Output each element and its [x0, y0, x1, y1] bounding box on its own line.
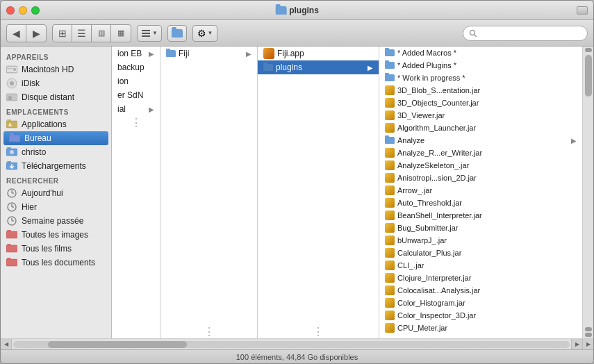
forward-button[interactable]: ▶	[26, 25, 46, 42]
sidebar-item-telechargements[interactable]: Téléchargements	[1, 159, 111, 173]
hscroll-left[interactable]: ◀	[1, 339, 12, 350]
jar-icon	[385, 185, 395, 195]
sidebar-item-applications[interactable]: A Applications	[1, 117, 111, 131]
file-item-analyze-r-writer[interactable]: Analyze_R...er_Writer.jar	[379, 147, 582, 159]
search-input[interactable]	[480, 29, 581, 38]
col1-item-ioneb[interactable]: ion EB ▶	[112, 47, 160, 60]
jar-icon	[385, 248, 395, 258]
sidebar-label: Disque distant	[22, 92, 74, 102]
svg-point-10	[10, 81, 14, 85]
disque-distant-icon: ◎	[6, 92, 17, 102]
horizontal-scrollbar[interactable]: ◀ ▶ ▶	[1, 338, 593, 349]
file-item-3d-objects[interactable]: 3D_Objects_Counter.jar	[379, 97, 582, 109]
sidebar-label: Toutes les images	[22, 230, 88, 240]
file-item-3d-viewer[interactable]: 3D_Viewer.jar	[379, 109, 582, 122]
sidebar-item-idisk[interactable]: iDisk	[1, 76, 111, 90]
scroll-up-arrow[interactable]	[585, 48, 592, 52]
new-folder-button[interactable]	[167, 25, 187, 42]
sidebar-item-bureau[interactable]: Bureau	[3, 131, 108, 145]
view-list-button[interactable]: ☰	[72, 25, 92, 42]
file-item-bunwarpj[interactable]: bUnwarpJ_.jar	[379, 234, 582, 247]
file-item-work-progress[interactable]: * Work in progress *	[379, 72, 582, 84]
file-item-clojure[interactable]: Clojure_Interpreter.jar	[379, 272, 582, 284]
col2-item-fiji[interactable]: Fiji ▶	[160, 47, 257, 60]
view-icon-button[interactable]: ⊞	[53, 25, 72, 42]
view-column-button[interactable]: ▥	[92, 25, 111, 42]
col1-item-ion[interactable]: ion	[112, 74, 160, 88]
scroll-down-arrow[interactable]	[585, 327, 592, 331]
file-item-cli[interactable]: CLI_.jar	[379, 259, 582, 272]
hscroll-thumb[interactable]	[48, 341, 187, 348]
col3-resize[interactable]: ⋮	[258, 327, 379, 338]
jar-icon	[385, 286, 395, 295]
file-item-added-macros[interactable]: * Added Macros *	[379, 47, 582, 59]
sidebar-item-christo[interactable]: christo	[1, 145, 111, 159]
file-item-colocalisat[interactable]: Colocalisat...Analysis.jar	[379, 284, 582, 297]
hscroll-right2[interactable]: ▶	[582, 339, 593, 350]
action-button[interactable]: ⚙ ▼	[192, 25, 217, 42]
toolbar: ◀ ▶ ⊞ ☰ ▥ ▦ ▼ ⚙ ▼	[1, 20, 593, 47]
col1-resize[interactable]: ⋮	[112, 116, 160, 131]
file-item-analyze-skeleton[interactable]: AnalyzeSkeleton_.jar	[379, 159, 582, 172]
col3-item-fijiapp[interactable]: Fiji.app	[258, 47, 379, 60]
sidebar-item-toutes-images[interactable]: Toutes les images	[1, 228, 111, 242]
file-item-algorithm-launcher[interactable]: Algorithm_Launcher.jar	[379, 122, 582, 134]
file-item-bug-submitter[interactable]: Bug_Submitter.jar	[379, 222, 582, 234]
jar-icon	[385, 223, 395, 233]
view-cover-button[interactable]: ▦	[111, 25, 131, 42]
sidebar-item-tous-documents[interactable]: Tous les documents	[1, 256, 111, 270]
hscroll-track	[13, 341, 570, 348]
title-text: plugins	[289, 6, 319, 15]
folder-icon	[385, 137, 395, 144]
sidebar-label: Aujourd'hui	[22, 188, 63, 198]
close-button[interactable]	[6, 6, 15, 15]
minimize-button[interactable]	[19, 6, 27, 15]
jar-icon	[385, 160, 395, 170]
scroll-thumb[interactable]	[585, 55, 592, 97]
maximize-button[interactable]	[31, 6, 40, 15]
sidebar-item-disque-distant[interactable]: ◎ Disque distant	[1, 90, 111, 104]
sidebar-item-macintosh-hd[interactable]: Macintosh HD	[1, 63, 111, 76]
new-folder-icon	[172, 29, 183, 38]
file-item-auto-threshold[interactable]: Auto_Threshold.jar	[379, 197, 582, 209]
file-item-3d-blob[interactable]: 3D_Blob_S...entation.jar	[379, 84, 582, 97]
sidebar-label: christo	[22, 147, 46, 157]
file-item-calculator-plus[interactable]: Calculator_Plus.jar	[379, 247, 582, 259]
file-item-added-plugins[interactable]: * Added Plugins *	[379, 59, 582, 72]
jar-icon	[385, 98, 395, 108]
file-item-anisotropi[interactable]: Anisotropi...sion_2D.jar	[379, 172, 582, 184]
sidebar-item-tous-films[interactable]: Tous les films	[1, 242, 111, 256]
status-bar: 100 éléments, 44,84 Go disponibles	[1, 349, 593, 363]
col1-item-ersdn[interactable]: er SdN	[112, 88, 160, 102]
file-item-analyze[interactable]: Analyze ▶	[379, 134, 582, 147]
hscroll-right[interactable]: ▶	[571, 339, 582, 350]
svg-point-7	[13, 68, 16, 71]
collapse-button[interactable]	[577, 6, 588, 15]
file-item-arrow[interactable]: Arrow_.jar	[379, 184, 582, 197]
file-item-color-inspector[interactable]: Color_Inspector_3D.jar	[379, 309, 582, 322]
svg-rect-8	[7, 68, 13, 69]
svg-rect-0	[142, 30, 150, 31]
plugins-folder-icon	[263, 64, 273, 71]
file-item-beanshell[interactable]: BeanShell_Interpreter.jar	[379, 209, 582, 222]
arrange-button[interactable]: ▼	[137, 25, 162, 42]
fiji-folder-icon	[166, 50, 176, 57]
search-box[interactable]	[463, 26, 588, 41]
file-item-cpu-meter[interactable]: CPU_Meter.jar	[379, 322, 582, 334]
svg-rect-14	[7, 119, 11, 121]
folder-icon	[385, 49, 395, 56]
jar-icon	[385, 298, 395, 308]
vertical-scrollbar[interactable]	[582, 47, 593, 338]
sidebar-item-hier[interactable]: Hier	[1, 200, 111, 214]
scroll-arrow2[interactable]	[585, 333, 592, 337]
col2-resize[interactable]: ⋮	[160, 327, 257, 338]
col3-item-plugins[interactable]: plugins ▶	[258, 60, 379, 74]
sidebar-item-aujourdhui[interactable]: Aujourd'hui	[1, 186, 111, 200]
sidebar-item-semaine-passee[interactable]: Semaine passée	[1, 214, 111, 228]
file-item-color-histogram[interactable]: Color_Histogram.jar	[379, 297, 582, 309]
bureau-icon	[9, 133, 20, 143]
col1-item-backup[interactable]: backup	[112, 60, 160, 74]
col1-item-ial[interactable]: ial ▶	[112, 102, 160, 116]
back-button[interactable]: ◀	[7, 25, 26, 42]
sidebar-label: Hier	[22, 202, 37, 212]
